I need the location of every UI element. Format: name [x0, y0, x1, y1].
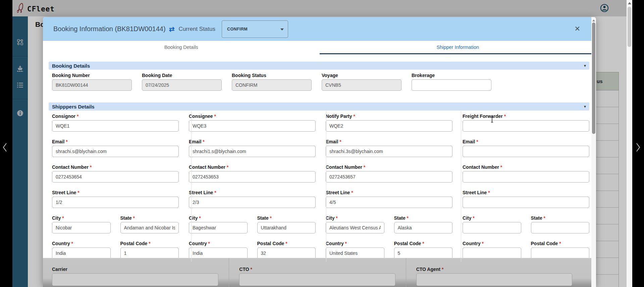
consignor-country-input[interactable]	[52, 247, 111, 259]
consignor-city-input[interactable]	[52, 222, 111, 233]
consignee-email-input[interactable]	[189, 146, 316, 157]
modal-footer: Carrier CTO * CTO Agent *	[43, 258, 596, 287]
field-label: City *	[189, 215, 248, 221]
booking-status-input[interactable]	[232, 79, 312, 91]
page-scrollbar-thumb[interactable]	[628, 7, 631, 47]
field-label: Email *	[326, 139, 452, 145]
notify-city-input[interactable]	[326, 222, 384, 233]
consignor-postal-input[interactable]	[120, 247, 179, 259]
booking-number-input[interactable]	[52, 79, 132, 91]
current-status-label: Current Status	[178, 26, 215, 32]
consignee-postal-input[interactable]	[257, 247, 316, 259]
booking-date-input[interactable]	[142, 79, 222, 91]
consignor-state-input[interactable]	[120, 222, 179, 233]
field-label: Country *	[189, 241, 248, 246]
consignor-input[interactable]	[52, 120, 179, 132]
scroll-up-arrow-icon[interactable]	[592, 19, 595, 21]
freight-email-input[interactable]	[463, 146, 589, 157]
voyage-input[interactable]	[322, 79, 401, 91]
column-divider	[326, 111, 326, 262]
notify-country-input[interactable]	[326, 247, 384, 259]
consignor-contact-input[interactable]	[52, 171, 179, 183]
status-dropdown[interactable]: CONFIRM	[222, 20, 288, 38]
notify-state-input[interactable]	[394, 222, 453, 233]
consignor-street-input[interactable]	[52, 197, 179, 208]
field-booking-number: Booking Number	[52, 73, 132, 91]
page-scrollbar[interactable]	[627, 0, 632, 287]
consignee-input[interactable]	[189, 120, 316, 132]
notify-contact-input[interactable]	[326, 171, 452, 183]
shipper-column-notify-party: Notify Party * Email * Contact Number * …	[326, 114, 452, 266]
field-label: City *	[463, 215, 521, 221]
field-label: Booking Date	[142, 73, 222, 78]
freight-street-input[interactable]	[463, 197, 589, 208]
field-label: Carrier	[52, 267, 218, 272]
shippers-grid: Consignor * Email * Contact Number * Str…	[52, 114, 589, 266]
field-carrier: Carrier	[52, 258, 229, 287]
consignee-street-input[interactable]	[189, 197, 316, 208]
field-label: Email *	[189, 139, 316, 145]
chevron-right-icon[interactable]	[635, 142, 641, 154]
field-label: Street Line *	[189, 190, 316, 196]
notify-postal-input[interactable]	[394, 247, 453, 259]
field-label: Brokerage	[412, 73, 491, 78]
close-icon[interactable]: ✕	[574, 25, 580, 32]
text-cursor-icon	[490, 116, 494, 124]
modal-title: Booking Information (BK81DW00144)	[53, 25, 166, 33]
shipper-column-consignee: Consignee * Email * Contact Number * Str…	[189, 114, 316, 266]
booking-details-grid: Booking Number Booking Date Booking Stat…	[52, 73, 596, 98]
freight-forwarder-input[interactable]	[463, 120, 589, 132]
field-booking-status: Booking Status	[232, 73, 312, 91]
freight-city-input[interactable]	[463, 222, 521, 233]
field-label: CTO Agent *	[416, 267, 572, 272]
carrier-input[interactable]	[52, 273, 218, 286]
modal-scrollbar[interactable]	[591, 17, 596, 287]
section-shippers-details[interactable]: Shipppers Details ▾	[49, 102, 589, 111]
field-label: Contact Number *	[189, 164, 316, 170]
status-dropdown-value: CONFIRM	[227, 27, 248, 31]
tab-shipper-information[interactable]: Shipper Information	[320, 41, 596, 54]
field-label: Consignee *	[189, 114, 316, 119]
consignee-city-input[interactable]	[189, 222, 248, 233]
section-title: Shipppers Details	[52, 104, 95, 110]
field-label: Contact Number *	[463, 164, 589, 170]
brokerage-input[interactable]	[412, 79, 491, 91]
shipper-column-consignor: Consignor * Email * Contact Number * Str…	[52, 114, 179, 266]
notify-street-input[interactable]	[326, 197, 452, 208]
notify-email-input[interactable]	[326, 146, 452, 157]
field-label: State *	[257, 215, 316, 221]
cto-input[interactable]	[239, 273, 395, 286]
field-label: Country *	[326, 241, 384, 246]
field-label: Street Line *	[326, 190, 452, 196]
field-booking-date: Booking Date	[142, 73, 222, 91]
field-label: Booking Status	[232, 73, 312, 78]
field-label: City *	[52, 215, 111, 221]
field-label: Booking Number	[52, 73, 132, 78]
cto-agent-input[interactable]	[416, 273, 572, 286]
freight-postal-input[interactable]	[531, 247, 590, 259]
field-label: Street Line *	[52, 190, 179, 196]
tab-booking-details[interactable]: Booking Details	[43, 41, 320, 54]
chevron-down-icon: ▾	[584, 104, 586, 109]
consignee-country-input[interactable]	[189, 247, 248, 259]
freight-state-input[interactable]	[531, 222, 590, 233]
freight-country-input[interactable]	[463, 247, 521, 259]
booking-information-modal: Booking Information (BK81DW00144) ⇄ Curr…	[43, 17, 596, 287]
modal-header: Booking Information (BK81DW00144) ⇄ Curr…	[43, 17, 596, 41]
field-label: Postal Code *	[120, 241, 179, 246]
column-divider	[191, 111, 192, 262]
field-label: Street Line *	[463, 190, 589, 196]
notify-party-input[interactable]	[326, 120, 452, 132]
chevron-down-icon	[280, 28, 284, 30]
field-label: State *	[531, 215, 590, 221]
freight-contact-input[interactable]	[463, 171, 589, 183]
column-divider	[461, 111, 461, 262]
chevron-left-icon[interactable]	[2, 142, 8, 154]
consignor-email-input[interactable]	[52, 146, 179, 157]
modal-scrollbar-thumb[interactable]	[592, 22, 595, 134]
consignee-state-input[interactable]	[257, 222, 316, 233]
field-label: City *	[326, 215, 384, 221]
consignee-contact-input[interactable]	[189, 171, 316, 183]
scroll-up-arrow-icon[interactable]	[628, 2, 631, 4]
section-booking-details[interactable]: Booking Details ▾	[49, 62, 589, 70]
